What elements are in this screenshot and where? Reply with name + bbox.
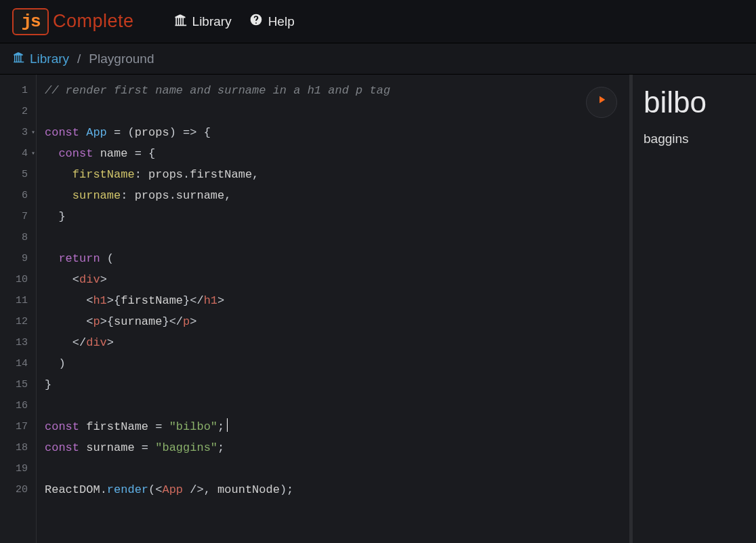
render-output: bilbo baggins (633, 75, 756, 543)
nav-links: Library Help (173, 13, 295, 30)
code-area[interactable]: // render first name and surname in a h1… (37, 75, 629, 543)
breadcrumb-current: Playground (89, 52, 154, 66)
output-paragraph: baggins (644, 132, 745, 146)
code-editor[interactable]: 1234567891011121314151617181920 // rende… (0, 75, 633, 543)
play-icon (595, 92, 608, 113)
nav-help-label: Help (268, 14, 295, 29)
brand-box: js (12, 8, 49, 35)
brand-logo[interactable]: js Complete (12, 8, 134, 35)
line-gutter: 1234567891011121314151617181920 (0, 75, 37, 543)
output-heading: bilbo (644, 85, 745, 119)
breadcrumb-library-link[interactable]: Library (12, 51, 69, 66)
help-icon (249, 13, 263, 30)
nav-library-label: Library (192, 14, 232, 29)
library-icon (173, 13, 187, 30)
top-nav: js Complete Library Help (0, 0, 756, 43)
nav-library[interactable]: Library (173, 13, 232, 30)
brand-text: Complete (53, 11, 134, 32)
run-button[interactable] (586, 87, 617, 118)
breadcrumb: Library / Playground (0, 43, 756, 75)
library-icon (12, 51, 24, 66)
breadcrumb-separator: / (77, 52, 81, 66)
breadcrumb-library-label: Library (30, 52, 69, 66)
nav-help[interactable]: Help (249, 13, 295, 30)
main-split: 1234567891011121314151617181920 // rende… (0, 75, 756, 543)
